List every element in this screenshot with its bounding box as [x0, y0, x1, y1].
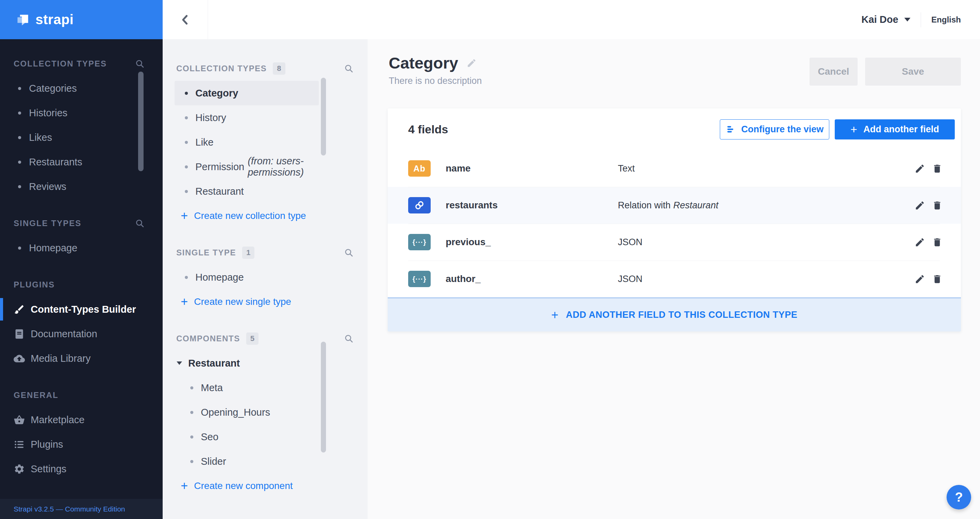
sidebar-item-documentation[interactable]: Documentation — [0, 322, 163, 346]
chevron-down-icon[interactable] — [177, 361, 182, 365]
component-item-slider[interactable]: Slider — [175, 449, 319, 474]
create-new-component-link[interactable]: + Create new component — [175, 474, 368, 498]
list-item-category[interactable]: Category — [175, 81, 319, 105]
group-components: COMPONENTS 5 — [163, 326, 368, 351]
list-item-permission[interactable]: Permission(from: users-permissions) — [175, 154, 319, 179]
section-collection-types: COLLECTION TYPES — [0, 51, 163, 76]
page-title: Category — [389, 54, 458, 72]
sidebar-item-media-library[interactable]: Media Library — [0, 346, 163, 371]
add-field-band-button[interactable]: + ADD ANOTHER FIELD TO THIS COLLECTION T… — [388, 297, 961, 331]
create-new-collection-type-link[interactable]: + Create new collection type — [175, 204, 368, 228]
help-button[interactable]: ? — [947, 485, 971, 509]
language-selector[interactable]: English — [931, 15, 961, 25]
brand-name: strapi — [35, 12, 74, 27]
field-type: JSON — [618, 274, 915, 284]
relation-field-type-badge — [408, 197, 431, 213]
fields-count-label: 4 fields — [408, 123, 720, 136]
delete-field-icon[interactable] — [932, 274, 942, 284]
cloud-upload-icon — [14, 353, 25, 364]
active-indicator — [0, 298, 3, 320]
cancel-button[interactable]: Cancel — [810, 57, 858, 86]
main-sidebar: strapi COLLECTION TYPES Categories Histo… — [0, 0, 163, 519]
edit-title-pencil-icon[interactable] — [466, 58, 477, 68]
sidebar-item-homepage[interactable]: Homepage — [0, 236, 163, 260]
save-button[interactable]: Save — [865, 57, 961, 86]
bullet-icon — [185, 92, 188, 95]
search-icon[interactable] — [344, 64, 354, 74]
field-name: author_ — [445, 274, 618, 284]
delete-field-icon[interactable] — [932, 200, 942, 211]
book-icon — [14, 328, 25, 340]
relation-target: Restaurant — [673, 200, 719, 211]
bullet-icon — [185, 276, 188, 279]
content-types-sub-sidebar: COLLECTION TYPES 8 Category History Like… — [163, 39, 368, 519]
component-group-restaurant[interactable]: Restaurant — [175, 351, 319, 376]
sidebar-item-plugins[interactable]: Plugins — [0, 432, 163, 457]
component-item-opening-hours[interactable]: Opening_Hours — [175, 400, 319, 425]
section-general: GENERAL — [0, 383, 163, 408]
field-name: name — [445, 163, 618, 174]
configure-view-button[interactable]: Configure the view — [720, 119, 829, 140]
list-item-history[interactable]: History — [175, 105, 319, 130]
strapi-admin-app: strapi COLLECTION TYPES Categories Histo… — [0, 0, 980, 519]
search-icon[interactable] — [344, 248, 354, 258]
group-single-type: SINGLE TYPE 1 — [163, 240, 368, 265]
bullet-icon — [190, 386, 193, 389]
components-list-scrollbar[interactable] — [321, 342, 326, 452]
field-row-previous[interactable]: {···} previous_ JSON — [388, 224, 961, 261]
delete-field-icon[interactable] — [932, 163, 942, 174]
text-field-type-badge: Ab — [408, 160, 431, 177]
field-row-restaurants[interactable]: restaurants Relation withRestaurant — [388, 187, 961, 224]
list-item-homepage[interactable]: Homepage — [175, 265, 319, 290]
add-another-field-button[interactable]: + Add another field — [835, 119, 955, 140]
plus-icon: + — [181, 296, 188, 308]
page-subtitle: There is no description — [389, 76, 482, 86]
bullet-icon — [18, 87, 21, 90]
delete-field-icon[interactable] — [932, 237, 942, 248]
configure-view-icon — [725, 124, 736, 134]
json-field-type-badge: {···} — [408, 271, 431, 287]
field-row-name[interactable]: Ab name Text — [388, 150, 961, 187]
brush-icon — [14, 304, 25, 315]
field-type: JSON — [618, 237, 915, 248]
sidebar-scrollbar[interactable] — [138, 72, 143, 171]
plus-icon: + — [181, 480, 188, 492]
field-type: Text — [618, 163, 915, 174]
collection-list-scrollbar[interactable] — [321, 78, 326, 156]
bullet-icon — [18, 111, 21, 115]
component-item-seo[interactable]: Seo — [175, 425, 319, 449]
components-count-badge: 5 — [246, 333, 258, 345]
plus-icon: + — [551, 308, 558, 322]
topbar: Kai Doe English — [163, 0, 980, 39]
json-field-type-badge: {···} — [408, 234, 431, 250]
bullet-icon — [190, 435, 193, 438]
list-item-like[interactable]: Like — [175, 130, 319, 154]
version-link[interactable]: Strapi v3.2.5 — Community Edition — [0, 499, 163, 519]
list-item-restaurant[interactable]: Restaurant — [175, 179, 319, 204]
back-button[interactable] — [163, 0, 208, 39]
chevron-down-icon[interactable] — [904, 18, 910, 21]
sidebar-item-content-types-builder[interactable]: Content-Types Builder — [0, 297, 163, 322]
strapi-logo-icon — [15, 12, 30, 27]
search-icon[interactable] — [344, 333, 354, 344]
edit-field-icon[interactable] — [915, 200, 925, 211]
create-new-single-type-link[interactable]: + Create new single type — [175, 290, 368, 314]
search-icon[interactable] — [135, 59, 145, 69]
single-type-count-badge: 1 — [242, 247, 255, 259]
search-icon[interactable] — [135, 218, 145, 228]
bullet-icon — [190, 411, 193, 414]
edit-field-icon[interactable] — [915, 163, 925, 174]
edit-field-icon[interactable] — [915, 237, 925, 248]
sidebar-item-reviews[interactable]: Reviews — [0, 174, 163, 199]
field-name: restaurants — [445, 200, 618, 211]
sidebar-item-marketplace[interactable]: Marketplace — [0, 408, 163, 432]
user-menu[interactable]: Kai Doe — [861, 14, 898, 25]
bullet-icon — [185, 141, 188, 144]
field-row-author[interactable]: {···} author_ JSON — [388, 261, 961, 297]
edit-field-icon[interactable] — [915, 274, 925, 284]
collection-types-count-badge: 8 — [273, 62, 285, 75]
strapi-logo[interactable]: strapi — [0, 0, 163, 39]
component-item-meta[interactable]: Meta — [175, 376, 319, 400]
fields-card: 4 fields Configure the view + Add anothe… — [388, 108, 961, 331]
sidebar-item-settings[interactable]: Settings — [0, 457, 163, 481]
